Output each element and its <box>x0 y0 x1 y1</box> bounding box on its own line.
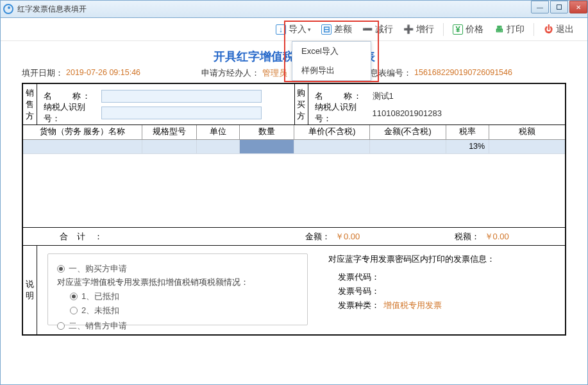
toolbar-separator <box>533 23 534 36</box>
seller-taxid-input[interactable] <box>101 107 262 119</box>
maximize-button[interactable] <box>550 1 568 13</box>
import-button[interactable]: ↓ 导入 ▾ <box>274 21 312 38</box>
buyer-taxid-label: 纳税人识别号： <box>315 101 373 124</box>
toolbar-separator <box>443 23 444 36</box>
minimize-button[interactable]: — <box>531 1 549 13</box>
col-unit: 单位 <box>196 125 240 139</box>
exit-label: 退出 <box>556 24 574 35</box>
seller-taxid-label: 纳税人识别号： <box>44 101 101 124</box>
chevron-down-icon: ▾ <box>308 26 311 33</box>
toolbar: ↓ 导入 ▾ ⊟ 差额 ➖ 减行 ➕ 增行 ¥ 价格 🖶 打印 ⏻ 退出 <box>0 18 588 41</box>
total-tax-value: ￥0.00 <box>485 231 509 243</box>
minus-row-label: 减行 <box>375 24 393 35</box>
content: 开具红字增值税专用发票信息表 填开日期： 2019-07-26 09:15:46… <box>0 41 588 336</box>
radio-icon <box>57 265 65 273</box>
opt1-subtitle: 对应蓝字增值税专用发票抵扣增值税销项税额情况： <box>57 277 298 288</box>
buyer-name-label: 名 称： <box>315 90 373 102</box>
plus-row-button[interactable]: ➕ 增行 <box>402 21 435 38</box>
seller-name-label: 名 称： <box>44 90 101 102</box>
import-dropdown: Excel导入 样例导出 <box>292 41 371 81</box>
explain-right: 对应蓝字专用发票密码区内打印的发票信息： 发票代码： 发票号码： 发票种类： 增… <box>318 246 565 334</box>
diff-label: 差额 <box>334 24 352 35</box>
col-spec: 规格型号 <box>142 125 197 139</box>
applicant-fieldset: 一、购买方申请 对应蓝字增值税专用发票抵扣增值税销项税额情况： 1、已抵扣 2、… <box>47 253 308 325</box>
buyer-body: 名 称： 测试1 纳税人识别号： 110108201901283 <box>308 84 566 124</box>
seller-name-input[interactable] <box>101 90 262 103</box>
col-tax: 税额 <box>489 125 565 139</box>
close-button[interactable]: ✕ <box>569 1 587 13</box>
dropdown-item-excel-import[interactable]: Excel导入 <box>292 42 371 61</box>
cell-price[interactable] <box>294 139 369 153</box>
explain-left: 一、购买方申请 对应蓝字增值税专用发票抵扣增值税销项税额情况： 1、已抵扣 2、… <box>37 246 318 334</box>
explain-row: 说明 一、购买方申请 对应蓝字增值税专用发票抵扣增值税销项税额情况： 1、已 <box>23 246 565 334</box>
opt1a-label: 1、已抵扣 <box>81 291 119 302</box>
buyer-side-label: 购买方 <box>294 84 308 124</box>
radio-deducted[interactable]: 1、已抵扣 <box>70 291 298 302</box>
plus-row-label: 增行 <box>416 24 434 35</box>
info-no-value: 1561682290190726091546 <box>414 68 512 79</box>
total-amount-value: ￥0.00 <box>335 231 360 243</box>
table-header-row: 货物（劳务 服务）名称 规格型号 单位 数量 单价(不含税) 金额(不含税) 税… <box>23 125 565 139</box>
radio-icon <box>57 322 65 330</box>
buyer-name-value: 测试1 <box>373 90 394 102</box>
opt2-label: 二、销售方申请 <box>69 320 127 332</box>
dropdown-item-sample-export[interactable]: 样例导出 <box>292 61 371 80</box>
price-button[interactable]: ¥ 价格 <box>451 21 485 38</box>
titlebar: 红字发票信息表填开 — ✕ <box>0 0 588 18</box>
seller-side-label: 销售方 <box>23 84 37 124</box>
app-icon <box>3 4 13 14</box>
cell-rate[interactable]: 13% <box>446 139 489 153</box>
col-rate: 税率 <box>446 125 489 139</box>
invoice-num-label: 发票号码： <box>328 286 380 297</box>
fill-date-label: 填开日期： <box>22 68 63 79</box>
cell-amount[interactable] <box>370 139 446 153</box>
invoice-type-label: 发票种类： <box>328 300 380 311</box>
col-amount: 金额(不含税) <box>370 125 446 139</box>
import-label: 导入 <box>289 24 307 35</box>
items-table[interactable]: 货物（劳务 服务）名称 规格型号 单位 数量 单价(不含税) 金额(不含税) 税… <box>23 125 565 228</box>
diff-icon: ⊟ <box>321 24 332 35</box>
total-label: 合计： <box>23 231 139 243</box>
buyer-taxid-value: 110108201901283 <box>373 108 442 118</box>
total-amount-label: 金额： <box>305 231 330 243</box>
total-row: 合计： 金额： ￥0.00 税额： ￥0.00 <box>23 228 565 246</box>
applicant-label: 申请方经办人： <box>201 68 260 79</box>
import-icon: ↓ <box>276 24 286 35</box>
print-icon: 🖶 <box>494 24 504 35</box>
exit-icon: ⏻ <box>543 24 553 35</box>
blue-info-title: 对应蓝字专用发票密码区内打印的发票信息： <box>328 253 555 265</box>
cell-name[interactable] <box>23 139 142 153</box>
cell-tax[interactable] <box>489 139 565 153</box>
minus-row-button[interactable]: ➖ 减行 <box>361 21 394 38</box>
invoice-type-value: 增值税专用发票 <box>383 300 442 311</box>
price-icon: ¥ <box>453 24 463 35</box>
explain-side-label: 说明 <box>23 246 37 334</box>
invoice-code-label: 发票代码： <box>328 271 380 283</box>
exit-button[interactable]: ⏻ 退出 <box>542 21 575 38</box>
minus-row-icon: ➖ <box>362 24 373 35</box>
diff-button[interactable]: ⊟ 差额 <box>320 21 353 38</box>
radio-icon <box>70 307 78 314</box>
opt1b-label: 2、未抵扣 <box>81 305 119 316</box>
radio-seller-apply[interactable]: 二、销售方申请 <box>57 320 298 332</box>
seller-body: 名 称： 纳税人识别号： <box>37 84 294 124</box>
applicant-value: 管理员 <box>262 68 287 79</box>
price-label: 价格 <box>466 24 483 35</box>
window-title: 红字发票信息表填开 <box>17 4 87 15</box>
col-qty: 数量 <box>240 125 294 139</box>
plus-row-icon: ➕ <box>403 24 414 35</box>
cell-unit[interactable] <box>196 139 240 153</box>
main-form: 销售方 名 称： 纳税人识别号： 购买方 名 称： 测试1 <box>22 83 566 336</box>
cell-spec[interactable] <box>142 139 197 153</box>
col-price: 单价(不含税) <box>294 125 369 139</box>
cell-qty[interactable] <box>240 139 294 153</box>
total-tax-label: 税额： <box>455 231 480 243</box>
print-label: 打印 <box>507 24 525 35</box>
table-row[interactable]: 13% <box>23 139 565 153</box>
radio-not-deducted[interactable]: 2、未抵扣 <box>70 305 298 316</box>
fill-date-value: 2019-07-26 09:15:46 <box>66 68 140 79</box>
radio-buyer-apply[interactable]: 一、购买方申请 <box>57 263 298 275</box>
print-button[interactable]: 🖶 打印 <box>492 21 526 38</box>
opt1-label: 一、购买方申请 <box>69 263 127 275</box>
radio-icon <box>70 293 78 300</box>
